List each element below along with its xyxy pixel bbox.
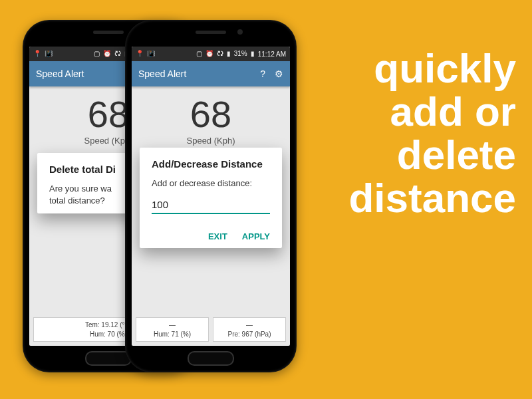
tile-line: —: [139, 321, 205, 330]
cast-icon: ▢: [94, 51, 100, 57]
marketing-headline: quickly add or delete distance: [323, 47, 516, 219]
tile-line: Hum: 71 (%): [139, 330, 205, 339]
dialog-title: Add/Decrease Distance: [152, 158, 270, 170]
add-decrease-distance-dialog: Add/Decrease Distance Add or decrease di…: [140, 148, 282, 248]
location-icon: 📍: [136, 51, 144, 57]
app-title: Speed Alert: [36, 68, 84, 79]
env-tile-pressure: — Pre: 967 (hPa): [213, 317, 286, 342]
home-button[interactable]: [85, 351, 132, 366]
sync-icon: 🗘: [217, 51, 223, 57]
apply-button[interactable]: APPLY: [242, 231, 270, 241]
tile-line: Pre: 967 (hPa): [216, 330, 283, 339]
speed-panel: 68 Speed (Kph): [132, 86, 290, 150]
speed-label: Speed (Kph): [132, 136, 290, 146]
env-tile-humidity: — Hum: 71 (%): [136, 317, 209, 342]
speed-value: 68: [132, 96, 290, 133]
status-bar: 📍 📳 ▢ ⏰ 🗘 ▮ 31% ▮ 11:12 AM: [132, 47, 290, 61]
dialog-body: Add or decrease distance:: [152, 178, 270, 190]
signal-icon: ▮: [227, 51, 231, 57]
cast-icon: ▢: [196, 51, 202, 57]
tile-line: —: [216, 321, 283, 330]
location-icon: 📍: [33, 51, 41, 57]
settings-icon[interactable]: ⚙: [275, 68, 283, 79]
info-tiles: — Hum: 71 (%) — Pre: 967 (hPa): [136, 317, 286, 342]
alarm-icon: ⏰: [205, 51, 213, 57]
battery-text: 31%: [234, 51, 247, 57]
help-icon[interactable]: ?: [260, 68, 265, 79]
sync-icon: 🗘: [114, 51, 121, 57]
app-bar: Speed Alert ? ⚙: [132, 61, 290, 86]
phone-mockup-front: 📍 📳 ▢ ⏰ 🗘 ▮ 31% ▮ 11:12 AM Speed Alert ?…: [125, 20, 297, 372]
vibrate-icon: 📳: [45, 51, 53, 57]
distance-input[interactable]: [152, 196, 270, 214]
app-title: Speed Alert: [138, 68, 186, 79]
exit-button[interactable]: EXIT: [208, 231, 227, 241]
vibrate-icon: 📳: [147, 51, 155, 57]
screen-front: 📍 📳 ▢ ⏰ 🗘 ▮ 31% ▮ 11:12 AM Speed Alert ?…: [132, 47, 290, 346]
home-button[interactable]: [188, 351, 234, 366]
battery-icon: ▮: [251, 51, 255, 57]
alarm-icon: ⏰: [103, 51, 111, 57]
clock: 11:12 AM: [258, 51, 286, 58]
